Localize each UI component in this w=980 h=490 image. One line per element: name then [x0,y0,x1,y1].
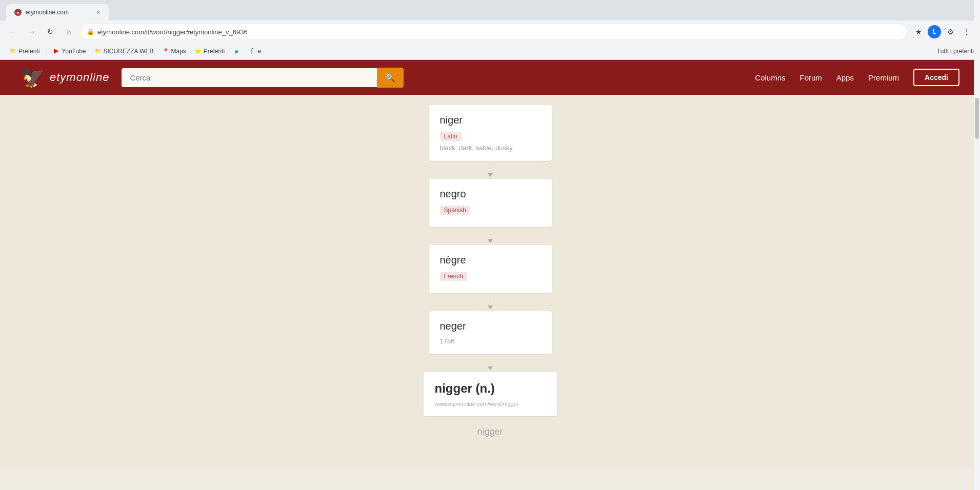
forward-button[interactable]: → [25,25,39,39]
etym-url-label: www.etymonline.com/word/nigger [435,401,546,407]
site-nav: Columns Forum Apps Premium Accedi [755,69,959,86]
youtube-icon: ▶ [52,48,59,55]
etym-card-negro[interactable]: negro Spanish [429,179,552,227]
etym-arrow-2 [488,227,493,245]
etym-word: nègre [440,254,541,266]
bookmark-label: e [257,48,261,55]
bookmark-preferiti-2[interactable]: ⭐ Preferiti [191,47,228,56]
bookmark-label: YouTube [62,48,86,55]
etym-card-niger[interactable]: niger Latin black, dark, sable, dusky [429,105,552,161]
arrow-line [490,163,490,173]
browser-chrome: e etymonline.com ✕ ← → ↻ ⌂ 🔒 etymonline.… [0,0,980,60]
green-circle-icon: ● [233,48,240,55]
tab-favicon: e [14,9,22,16]
griffin-logo-icon: 🦅 [21,66,45,89]
folder-icon: 📁 [9,48,16,55]
etym-year: 1786 [440,337,541,345]
tab-close-button[interactable]: ✕ [96,9,101,16]
nav-columns[interactable]: Columns [755,73,785,82]
bookmark-star-button[interactable]: ★ [911,25,926,39]
etym-card-nigger[interactable]: nigger (n.) www.etymonline.com/word/nigg… [424,372,557,416]
arrow-line [490,229,490,239]
scrollbar-thumb[interactable] [975,98,979,139]
bookmark-label: Maps [171,48,186,55]
browser-tab[interactable]: e etymonline.com ✕ [6,4,109,21]
facebook-icon: f [248,48,255,55]
etym-tag: Spanish [440,206,470,215]
home-button[interactable]: ⌂ [62,25,76,39]
bookmarks-bar: 📁 Preferiti ▶ YouTube 📁 SICUREZZA WEB 📍 … [0,43,980,59]
browser-toolbar: ← → ↻ ⌂ 🔒 etymonline.com/it/word/nigger#… [0,21,980,43]
bookmark-preferiti-1[interactable]: 📁 Preferiti [6,47,43,56]
nav-premium[interactable]: Premium [868,73,899,82]
etym-description: black, dark, sable, dusky [440,144,541,152]
etym-word: negro [440,188,541,200]
maps-icon: 📍 [162,48,169,55]
etym-tag: French [440,272,467,281]
etym-tag: Latin [440,132,462,141]
bookmark-circle[interactable]: ● [230,47,243,56]
etym-word: neger [440,320,541,332]
etymology-tree: niger Latin black, dark, sable, dusky ne… [259,95,721,447]
bottom-word: nigger [477,426,503,437]
arrow-line [490,295,490,305]
all-bookmarks-label[interactable]: Tutti i preferiti [937,48,974,55]
folder-icon: 📁 [94,48,102,55]
reload-button[interactable]: ↻ [43,25,57,39]
bookmark-label: Preferiti [204,48,225,55]
etym-card-neger[interactable]: neger 1786 [429,311,552,354]
bookmark-youtube[interactable]: ▶ YouTube [49,47,89,56]
arrow-line [490,356,490,366]
etym-arrow-1 [488,161,493,179]
arrow-head [488,305,493,309]
nav-forum[interactable]: Forum [800,73,822,82]
site-search-button[interactable]: 🔍 [377,68,404,88]
etym-arrow-3 [488,293,493,311]
etym-word: niger [440,114,541,126]
bookmark-separator [46,47,46,55]
site-header: 🦅 etymonline 🔍 Columns Forum Apps Premiu… [0,60,980,95]
scrollbar-track [974,0,980,468]
profile-button[interactable]: L [928,25,941,38]
bookmark-label: Preferiti [18,48,39,55]
nav-apps[interactable]: Apps [836,73,854,82]
address-bar[interactable]: 🔒 etymonline.com/it/word/nigger#etymonli… [80,24,907,40]
arrow-head [488,239,493,243]
etym-word: nigger (n.) [435,381,546,396]
bookmarks-right: Tutti i preferiti [937,48,974,55]
address-text: etymonline.com/it/word/nigger#etymonline… [97,28,901,36]
tab-bar: e etymonline.com ✕ [0,0,980,21]
main-content: niger Latin black, dark, sable, dusky ne… [0,95,980,468]
back-button[interactable]: ← [6,25,21,39]
bookmark-sicurezza[interactable]: 📁 SICUREZZA WEB [91,47,157,56]
toolbar-right-buttons: ★ L ⚙ ⋮ [911,25,974,39]
bookmark-maps[interactable]: 📍 Maps [159,47,189,56]
star-icon: ⭐ [194,48,202,55]
tab-title: etymonline.com [26,9,92,16]
extensions-button[interactable]: ⚙ [943,25,957,39]
site-logo[interactable]: 🦅 etymonline [21,66,109,89]
security-lock-icon: 🔒 [87,28,94,35]
accedi-button[interactable]: Accedi [913,69,959,86]
arrow-head [488,173,493,177]
site-search-input[interactable] [122,68,377,87]
etym-arrow-4 [488,354,493,372]
etym-card-negre[interactable]: nègre French [429,245,552,293]
arrow-head [488,366,493,370]
bookmark-label: SICUREZZA WEB [104,48,154,55]
site-search-bar: 🔍 [122,68,404,88]
bookmark-facebook[interactable]: f e [245,47,264,56]
menu-button[interactable]: ⋮ [959,25,974,39]
logo-text: etymonline [50,71,109,84]
